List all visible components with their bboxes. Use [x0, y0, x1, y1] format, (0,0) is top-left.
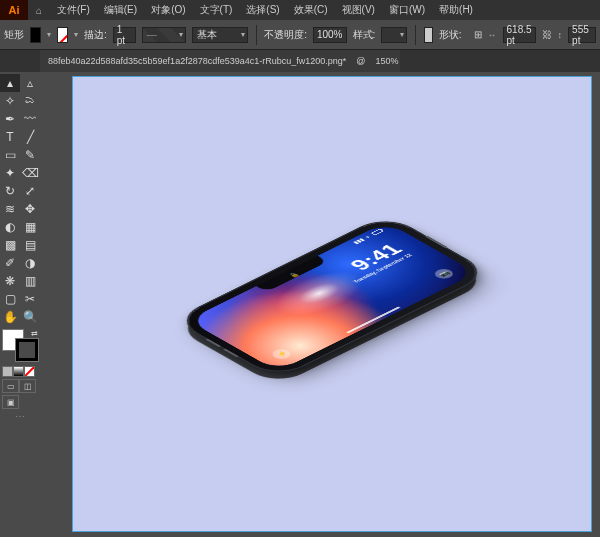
shape-preview[interactable]: [424, 27, 433, 43]
free-transform-tool[interactable]: ✥: [20, 200, 40, 218]
height-input[interactable]: 555 pt: [568, 27, 596, 43]
graphic-style[interactable]: [381, 27, 407, 43]
panel-drag-icon[interactable]: ⋯: [0, 411, 40, 422]
phone-screen: ▮▮▮ ᯤ 🔒 9:41 Tuesday, September 12 ⚡ 📷: [188, 222, 477, 371]
symbol-sprayer-tool[interactable]: ❋: [0, 272, 20, 290]
scale-tool[interactable]: ⤢: [20, 182, 40, 200]
iphone-mockup: ▮▮▮ ᯤ 🔒 9:41 Tuesday, September 12 ⚡ 📷: [175, 215, 489, 378]
color-mode-none[interactable]: [24, 366, 35, 377]
gradient-tool[interactable]: ▤: [20, 236, 40, 254]
mesh-tool[interactable]: ▩: [0, 236, 20, 254]
tools-panel: ▴▵ ✧ಎ ✒〰 T╱ ▭✎ ✦⌫ ↻⤢ ≋✥ ◐▦ ▩▤ ✐◑ ❋▥ ▢✂ ✋…: [0, 72, 40, 537]
stroke-dropdown-icon[interactable]: ▾: [74, 30, 78, 39]
stroke-swatch[interactable]: [57, 27, 68, 43]
tab-filename: 88feb40a22d588afd35c5b59ef1a2f2878cdfe53…: [48, 56, 346, 66]
draw-behind[interactable]: ◫: [19, 379, 36, 393]
document-tab[interactable]: 88feb40a22d588afd35c5b59ef1a2f2878cdfe53…: [40, 50, 400, 72]
fill-stroke-control[interactable]: ⇄: [2, 329, 38, 361]
menu-object[interactable]: 对象(O): [144, 0, 192, 20]
screen-mode[interactable]: ▣: [2, 395, 19, 409]
menu-select[interactable]: 选择(S): [239, 0, 286, 20]
menu-type[interactable]: 文字(T): [193, 0, 240, 20]
draw-screen-modes: ▭ ◫: [2, 379, 38, 393]
lasso-tool[interactable]: ಎ: [20, 92, 40, 110]
fill-dropdown-icon[interactable]: ▾: [47, 30, 51, 39]
stroke-weight-input[interactable]: 1 pt: [113, 27, 136, 43]
opacity-label: 不透明度:: [264, 28, 307, 42]
shape-label: 形状:: [439, 28, 462, 42]
separator: [256, 25, 257, 45]
menu-items: 文件(F) 编辑(E) 对象(O) 文字(T) 选择(S) 效果(C) 视图(V…: [50, 0, 480, 20]
color-mode-solid[interactable]: [2, 366, 13, 377]
menu-file[interactable]: 文件(F): [50, 0, 97, 20]
perspective-tool[interactable]: ▦: [20, 218, 40, 236]
stroke-label: 描边:: [84, 28, 107, 42]
artboard[interactable]: ▮▮▮ ᯤ 🔒 9:41 Tuesday, September 12 ⚡ 📷: [72, 76, 592, 532]
line-tool[interactable]: ╱: [20, 128, 40, 146]
menu-effect[interactable]: 效果(C): [287, 0, 335, 20]
hand-tool[interactable]: ✋: [0, 308, 20, 326]
paintbrush-tool[interactable]: ✎: [20, 146, 40, 164]
width-tool[interactable]: ≋: [0, 200, 20, 218]
magic-wand-tool[interactable]: ✧: [0, 92, 20, 110]
wallpaper: [188, 222, 477, 371]
control-bar: 矩形 ▾ ▾ 描边: 1 pt — 基本 不透明度: 100% 样式: 形状: …: [0, 20, 600, 50]
tab-zoom: 150%: [375, 56, 398, 66]
style-label: 样式:: [353, 28, 376, 42]
shape-type-label: 矩形: [4, 28, 24, 42]
brush-definition[interactable]: 基本: [192, 27, 248, 43]
flashlight-icon: ⚡: [269, 347, 294, 360]
shaper-tool[interactable]: ✦: [0, 164, 20, 182]
variable-width-profile[interactable]: —: [142, 27, 186, 43]
fill-swatch[interactable]: [30, 27, 41, 43]
zoom-tool[interactable]: 🔍: [20, 308, 40, 326]
document-tabs: 88feb40a22d588afd35c5b59ef1a2f2878cdfe53…: [0, 50, 600, 72]
slice-tool[interactable]: ✂: [20, 290, 40, 308]
canvas[interactable]: ▮▮▮ ᯤ 🔒 9:41 Tuesday, September 12 ⚡ 📷: [40, 72, 600, 537]
home-icon[interactable]: ⌂: [28, 5, 50, 16]
draw-normal[interactable]: ▭: [2, 379, 19, 393]
menu-window[interactable]: 窗口(W): [382, 0, 432, 20]
color-modes: [2, 366, 38, 377]
blend-tool[interactable]: ◑: [20, 254, 40, 272]
menu-help[interactable]: 帮助(H): [432, 0, 480, 20]
type-tool[interactable]: T: [0, 128, 20, 146]
menu-edit[interactable]: 编辑(E): [97, 0, 144, 20]
eraser-tool[interactable]: ⌫: [20, 164, 40, 182]
color-mode-gradient[interactable]: [13, 366, 24, 377]
menu-bar: Ai ⌂ 文件(F) 编辑(E) 对象(O) 文字(T) 选择(S) 效果(C)…: [0, 0, 600, 20]
separator: [415, 25, 416, 45]
pen-tool[interactable]: ✒: [0, 110, 20, 128]
eyedropper-tool[interactable]: ✐: [0, 254, 20, 272]
menu-view[interactable]: 视图(V): [335, 0, 382, 20]
home-indicator: [346, 306, 401, 333]
transform-icon[interactable]: ⊞: [474, 29, 482, 40]
opacity-input[interactable]: 100%: [313, 27, 347, 43]
artboard-tool[interactable]: ▢: [0, 290, 20, 308]
rotate-tool[interactable]: ↻: [0, 182, 20, 200]
swap-fill-stroke-icon[interactable]: ⇄: [31, 329, 38, 338]
stroke-color[interactable]: [16, 339, 38, 361]
curvature-tool[interactable]: 〰: [20, 110, 40, 128]
selection-tool[interactable]: ▴: [0, 74, 20, 92]
link-icon[interactable]: ⛓: [542, 29, 552, 40]
workspace: ▴▵ ✧ಎ ✒〰 T╱ ▭✎ ✦⌫ ↻⤢ ≋✥ ◐▦ ▩▤ ✐◑ ❋▥ ▢✂ ✋…: [0, 72, 600, 537]
width-input[interactable]: 618.5 pt: [503, 27, 536, 43]
app-logo: Ai: [0, 0, 28, 20]
column-graph-tool[interactable]: ▥: [20, 272, 40, 290]
rectangle-tool[interactable]: ▭: [0, 146, 20, 164]
direct-selection-tool[interactable]: ▵: [20, 74, 40, 92]
screen-modes: ▣: [2, 395, 38, 409]
shape-builder-tool[interactable]: ◐: [0, 218, 20, 236]
